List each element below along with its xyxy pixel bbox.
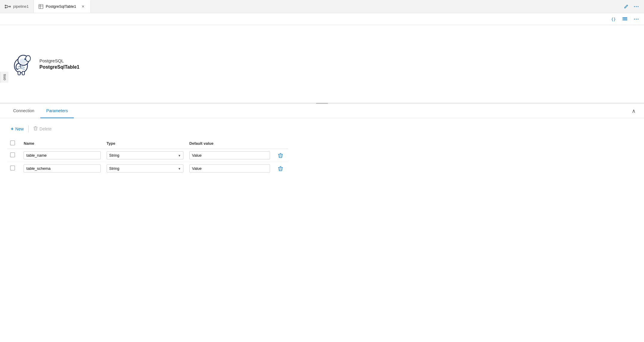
row2-check-cell xyxy=(7,162,21,175)
row2-name-cell xyxy=(21,162,103,175)
list-icon-btn[interactable] xyxy=(621,16,630,22)
row1-delete-cell xyxy=(273,149,288,162)
select-all-checkbox[interactable] xyxy=(10,141,15,145)
col-header-check xyxy=(7,138,21,149)
svg-rect-15 xyxy=(623,19,627,19)
parameters-content: + New Delete xyxy=(0,118,644,181)
svg-point-27 xyxy=(25,58,26,59)
table-row: String Int Float Bool Array Object Secur… xyxy=(7,162,288,175)
plus-icon: + xyxy=(11,126,13,132)
tab-postgresqltable1-label: PostgreSqlTable1 xyxy=(46,4,76,9)
tab-postgresqltable1[interactable]: PostgreSqlTable1 ✕ xyxy=(34,0,91,13)
row2-value-input[interactable] xyxy=(189,164,270,172)
row1-name-input[interactable] xyxy=(24,151,100,159)
row1-type-wrapper: String Int Float Bool Array Object Secur… xyxy=(107,151,183,159)
tab-bar: pipeline1 PostgreSqlTable1 ✕ xyxy=(0,0,644,13)
svg-rect-7 xyxy=(39,4,43,9)
svg-rect-14 xyxy=(623,17,627,18)
edit-icon-btn[interactable] xyxy=(622,3,630,10)
col-header-type: Type xyxy=(104,138,186,149)
action-divider xyxy=(28,125,29,133)
col-header-default: Default value xyxy=(186,138,273,149)
row1-value-cell xyxy=(186,149,273,162)
tab-pipeline1-label: pipeline1 xyxy=(13,4,29,9)
col-header-name: Name xyxy=(21,138,103,149)
param-actions: + New Delete xyxy=(7,124,637,133)
more-toolbar-icon-btn[interactable] xyxy=(632,17,640,21)
row1-check-cell xyxy=(7,149,21,162)
tab-bar-actions xyxy=(622,3,644,10)
svg-point-12 xyxy=(638,6,639,7)
tab-connection[interactable]: Connection xyxy=(7,104,40,118)
svg-point-21 xyxy=(636,19,637,19)
dataset-header: PostgreSQL PostgreSqlTable1 xyxy=(0,25,644,103)
postgresql-logo xyxy=(10,52,33,76)
row2-value-cell xyxy=(186,162,273,175)
tab-pipeline1[interactable]: pipeline1 xyxy=(0,0,34,13)
svg-point-11 xyxy=(636,6,637,7)
row1-type-cell: String Int Float Bool Array Object Secur… xyxy=(104,149,186,162)
svg-rect-28 xyxy=(18,71,20,75)
col-header-action xyxy=(273,138,288,149)
db-type-label: PostgreSQL xyxy=(39,58,79,63)
row1-checkbox[interactable] xyxy=(10,152,15,157)
svg-point-30 xyxy=(19,58,26,64)
panel-tab-group: Connection Parameters xyxy=(7,104,74,118)
svg-point-10 xyxy=(634,6,635,7)
svg-rect-29 xyxy=(22,71,24,75)
collapse-panel-button[interactable]: ∧ xyxy=(631,107,637,115)
row2-checkbox[interactable] xyxy=(10,166,15,170)
pipeline-tab-icon xyxy=(5,4,11,9)
tab-parameters[interactable]: Parameters xyxy=(40,104,74,118)
delete-btn-label: Delete xyxy=(39,127,51,131)
svg-rect-18 xyxy=(622,19,623,19)
new-param-button[interactable]: + New xyxy=(7,124,27,133)
svg-point-20 xyxy=(634,19,635,19)
sidebar-label: ons xyxy=(0,72,8,83)
svg-text:{}: {} xyxy=(611,17,616,21)
row1-value-input[interactable] xyxy=(189,151,270,159)
tab-close-button[interactable]: ✕ xyxy=(80,4,86,9)
db-name-label: PostgreSqlTable1 xyxy=(39,64,79,70)
row1-delete-button[interactable] xyxy=(276,153,285,158)
svg-point-25 xyxy=(26,56,30,61)
more-tab-icon-btn[interactable] xyxy=(632,5,640,8)
parameters-table: Name Type Default value xyxy=(7,138,288,175)
row2-delete-button[interactable] xyxy=(276,166,285,171)
table-tab-icon xyxy=(39,4,43,9)
svg-rect-16 xyxy=(623,20,627,20)
row2-name-input[interactable] xyxy=(24,164,100,172)
code-icon-btn[interactable]: {} xyxy=(609,16,618,22)
delete-param-button[interactable]: Delete xyxy=(30,124,55,133)
panel-tabs: Connection Parameters ∧ xyxy=(0,104,644,118)
row1-name-cell xyxy=(21,149,103,162)
row2-type-select[interactable]: String Int Float Bool Array Object Secur… xyxy=(107,164,183,172)
row1-type-select[interactable]: String Int Float Bool Array Object Secur… xyxy=(107,151,183,159)
toolbar-row: {} xyxy=(0,13,644,25)
svg-point-22 xyxy=(638,19,639,19)
table-row: String Int Float Bool Array Object Secur… xyxy=(7,149,288,162)
delete-trash-icon xyxy=(33,126,38,132)
svg-rect-0 xyxy=(5,5,6,6)
main-content: PostgreSQL PostgreSqlTable1 Connection P… xyxy=(0,25,644,342)
row2-type-cell: String Int Float Bool Array Object Secur… xyxy=(104,162,186,175)
dataset-info: PostgreSQL PostgreSqlTable1 xyxy=(39,58,79,70)
svg-rect-6 xyxy=(9,6,11,7)
row2-delete-cell xyxy=(273,162,288,175)
bottom-panel: Connection Parameters ∧ + New xyxy=(0,104,644,342)
row2-type-wrapper: String Int Float Bool Array Object Secur… xyxy=(107,164,183,172)
svg-rect-19 xyxy=(622,20,623,20)
svg-rect-1 xyxy=(5,7,6,8)
svg-rect-17 xyxy=(622,17,623,18)
new-btn-label: New xyxy=(15,127,24,131)
